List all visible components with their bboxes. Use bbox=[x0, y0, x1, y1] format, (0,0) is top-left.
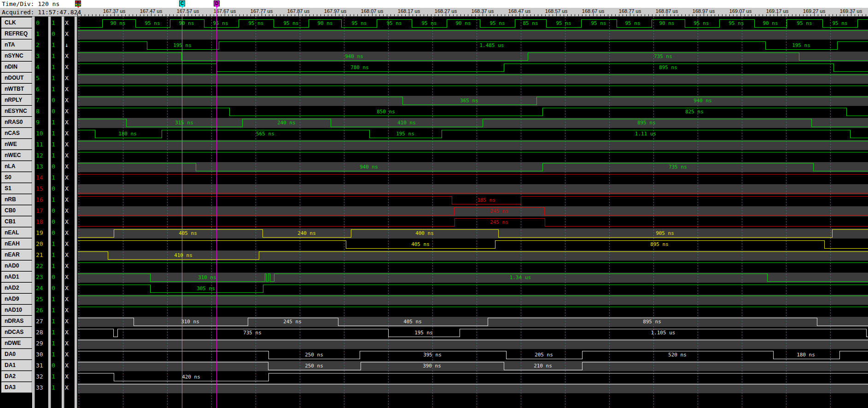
timing-label: 90 ns bbox=[763, 20, 778, 26]
timing-label: 410 ns bbox=[397, 120, 416, 126]
timing-label: 250 ns bbox=[305, 352, 323, 358]
marker-pointer bbox=[76, 6, 80, 8]
timing-label: 905 ns bbox=[656, 230, 674, 236]
timing-label: 95 ns bbox=[489, 20, 505, 26]
marker-b-tag[interactable]: B bbox=[75, 0, 81, 6]
timing-label: 195 ns bbox=[396, 131, 414, 137]
timing-label: 940 ns bbox=[693, 98, 712, 104]
timing-label: 735 ns bbox=[243, 330, 262, 336]
timing-label: 245 ns bbox=[490, 219, 508, 225]
marker-c-tag[interactable]: C bbox=[179, 0, 185, 6]
timing-label: 895 ns bbox=[659, 64, 677, 70]
timing-label: 95 ns bbox=[797, 20, 812, 26]
timing-label: 405 ns bbox=[411, 241, 430, 247]
timing-label: 95 ns bbox=[351, 20, 367, 26]
timing-label: 895 ns bbox=[637, 120, 656, 126]
timing-label: 735 ns bbox=[654, 53, 672, 59]
timing-label: 95 ns bbox=[625, 20, 640, 26]
timing-label: 1.11 us bbox=[635, 131, 656, 137]
timing-label: 410 ns bbox=[174, 252, 192, 258]
timing-label: 310 ns bbox=[198, 274, 216, 280]
timing-label: 90 ns bbox=[455, 20, 471, 26]
timing-label: 240 ns bbox=[277, 120, 296, 126]
timing-label: 90 ns bbox=[110, 20, 125, 26]
timing-label: 95 ns bbox=[556, 20, 571, 26]
timing-label: 95 ns bbox=[832, 20, 847, 26]
timing-label: 180 ns bbox=[118, 131, 137, 137]
timing-label: 315 ns bbox=[175, 120, 193, 126]
logic-analyzer-window: Time/Div: 120 ns Acquired: 11:57:47.824 … bbox=[0, 0, 868, 408]
timing-label: 400 ns bbox=[415, 230, 434, 236]
timing-label: 1.105 us bbox=[651, 330, 676, 336]
timing-label: 95 ns bbox=[213, 20, 228, 26]
timing-label: 420 ns bbox=[182, 374, 200, 380]
timing-label: 95 ns bbox=[693, 20, 709, 26]
timing-label: 850 ns bbox=[377, 109, 395, 115]
timing-label: 195 ns bbox=[792, 42, 810, 48]
timing-label: 90 ns bbox=[179, 20, 194, 26]
timing-label: 90 ns bbox=[317, 20, 332, 26]
timing-label: 95 ns bbox=[248, 20, 263, 26]
timing-label: 210 ns bbox=[534, 363, 552, 369]
timing-label: 825 ns bbox=[685, 109, 704, 115]
timing-label: 95 ns bbox=[591, 20, 606, 26]
timing-label: 520 ns bbox=[668, 352, 687, 358]
timing-label: 1.485 us bbox=[480, 42, 504, 48]
marker-pointer bbox=[181, 6, 184, 8]
timing-label: 90 ns bbox=[659, 20, 674, 26]
timing-label: 1.34 us bbox=[510, 274, 531, 280]
timing-label: 895 ns bbox=[643, 319, 661, 325]
timing-label: 245 ns bbox=[283, 319, 302, 325]
timing-label: 195 ns bbox=[173, 42, 192, 48]
timing-label: 245 ns bbox=[490, 208, 508, 214]
timing-label: 185 ns bbox=[477, 197, 495, 203]
timing-label: 95 ns bbox=[728, 20, 744, 26]
timing-label: 95 ns bbox=[145, 20, 160, 26]
timing-label: 95 ns bbox=[386, 20, 402, 26]
timing-label: 390 ns bbox=[423, 363, 441, 369]
timing-label: 565 ns bbox=[256, 131, 274, 137]
timing-label: 940 ns bbox=[360, 164, 378, 170]
timing-label: 95 ns bbox=[421, 20, 437, 26]
timing-label: 85 ns bbox=[523, 20, 538, 26]
cursor-line-c[interactable] bbox=[182, 6, 182, 408]
timing-label: 95 ns bbox=[283, 20, 298, 26]
timing-label: 195 ns bbox=[414, 330, 433, 336]
timing-label: 395 ns bbox=[423, 352, 442, 358]
timing-label: 780 ns bbox=[350, 64, 369, 70]
timing-label: 310 ns bbox=[181, 319, 199, 325]
timing-label: 305 ns bbox=[197, 286, 215, 291]
marker-d-tag[interactable]: D bbox=[214, 0, 220, 6]
waveform-plot[interactable]: 90 ns95 ns90 ns95 ns95 ns95 ns90 ns95 ns… bbox=[0, 0, 868, 408]
timing-label: 205 ns bbox=[535, 352, 553, 358]
timing-label: 735 ns bbox=[669, 164, 687, 170]
timing-label: 895 ns bbox=[650, 241, 669, 247]
timing-label: 180 ns bbox=[797, 352, 815, 358]
timing-label: 240 ns bbox=[297, 230, 316, 236]
timing-label: 250 ns bbox=[305, 363, 323, 369]
timing-label: 405 ns bbox=[403, 319, 422, 325]
timing-label: 940 ns bbox=[345, 53, 363, 59]
marker-pointer bbox=[215, 6, 219, 8]
cursor-line-d[interactable] bbox=[216, 6, 217, 408]
timing-label: 365 ns bbox=[460, 98, 478, 104]
